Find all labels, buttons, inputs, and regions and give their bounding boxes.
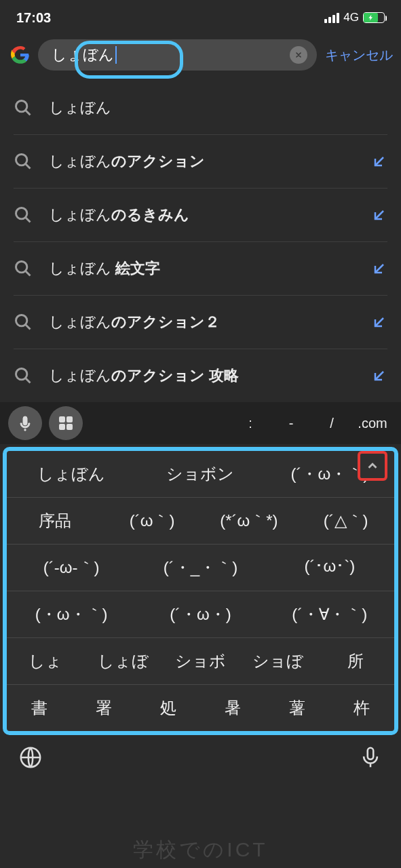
suggestion-text: しょぼんのアクション２ [49, 312, 355, 332]
search-icon [14, 259, 33, 278]
suggestion-text: しょぼんのアクション 攻略 [49, 366, 355, 386]
svg-rect-18 [67, 417, 72, 422]
search-icon [14, 205, 33, 224]
candidate-cell[interactable]: 序品 [7, 498, 104, 544]
ime-candidate-panel: しょぼんショボン(´・ω・｀)序品(´ω｀)(*´ω｀*)(´△｀)(´-ω-｀… [3, 447, 398, 735]
insert-arrow-icon[interactable] [371, 153, 387, 170]
svg-line-16 [375, 372, 383, 380]
search-icon [14, 313, 33, 332]
svg-point-0 [16, 101, 27, 112]
candidate-cell[interactable]: (´・ω・) [136, 591, 265, 637]
candidate-cell[interactable]: 所 [317, 638, 394, 684]
symbol-key[interactable]: / [311, 416, 352, 431]
insert-arrow-icon[interactable] [371, 314, 387, 330]
candidate-cell[interactable]: ショぼ [240, 638, 317, 684]
symbol-key[interactable]: : [230, 416, 271, 431]
search-input[interactable]: しょぼん [38, 39, 317, 71]
text-caret [115, 46, 117, 64]
svg-line-6 [26, 218, 31, 222]
svg-point-11 [16, 315, 27, 326]
candidate-cell[interactable]: 暑 [201, 685, 265, 731]
candidate-cell[interactable]: (´△｀) [297, 498, 394, 544]
svg-line-9 [26, 271, 31, 276]
watermark-text: 学校でのICT [133, 836, 267, 864]
svg-rect-19 [60, 425, 64, 429]
keyboard-toolbar: :-/.com [0, 402, 401, 444]
svg-line-10 [375, 264, 383, 273]
svg-line-1 [26, 111, 31, 115]
svg-point-14 [16, 369, 27, 380]
signal-icon [324, 13, 339, 23]
candidate-cell[interactable]: ショボン [136, 451, 265, 497]
svg-line-3 [26, 164, 31, 169]
dictation-button[interactable] [359, 746, 382, 772]
insert-arrow-icon[interactable] [371, 368, 387, 384]
candidate-cell[interactable]: 杵 [330, 685, 394, 731]
status-bar: 17:03 4G [0, 0, 401, 34]
svg-point-5 [16, 208, 27, 219]
insert-arrow-icon[interactable] [371, 207, 387, 223]
candidate-cell[interactable]: しょ [7, 638, 84, 684]
candidate-cell[interactable]: 署 [71, 685, 136, 731]
insert-arrow-icon[interactable] [371, 260, 387, 277]
candidate-cell[interactable]: (´-ω-｀) [7, 545, 136, 591]
suggestion-row[interactable]: しょぼんのアクション２ [14, 295, 387, 349]
search-icon [14, 152, 33, 171]
candidate-cell[interactable]: (・ω・｀) [7, 591, 136, 637]
suggestion-row[interactable]: しょぼんのアクション 攻略 [14, 349, 387, 402]
symbol-key[interactable]: - [271, 416, 311, 431]
search-icon [14, 98, 33, 117]
network-label: 4G [343, 11, 359, 24]
cancel-button[interactable]: キャンセル [325, 46, 393, 64]
candidate-cell[interactable]: (´・_・｀) [136, 545, 265, 591]
globe-button[interactable] [19, 746, 42, 772]
candidate-cell[interactable]: (´ω｀) [104, 498, 201, 544]
svg-point-2 [16, 155, 27, 165]
candidate-cell[interactable]: 薯 [265, 685, 330, 731]
status-icons: 4G [324, 11, 385, 24]
search-icon [14, 366, 33, 385]
battery-icon [363, 12, 385, 23]
google-logo-icon [11, 45, 30, 64]
candidate-cell[interactable]: 処 [136, 685, 200, 731]
image-search-button[interactable] [49, 406, 83, 440]
svg-rect-17 [60, 417, 64, 422]
candidate-cell[interactable]: ショボ [161, 638, 239, 684]
voice-input-button[interactable] [8, 406, 42, 440]
symbol-key[interactable]: .com [352, 416, 393, 431]
svg-line-4 [375, 157, 383, 165]
candidate-cell[interactable]: (´･ω･`) [265, 545, 394, 591]
status-time: 17:03 [16, 10, 51, 26]
suggestion-text: しょぼんのるきみん [49, 205, 355, 225]
suggestion-row[interactable]: しょぼん 絵文字 [14, 241, 387, 295]
candidate-cell[interactable]: (´・∀・｀) [265, 591, 394, 637]
suggestions-list: しょぼんしょぼんのアクションしょぼんのるきみんしょぼん 絵文字しょぼんのアクショ… [0, 81, 401, 402]
clear-button[interactable] [290, 46, 307, 64]
svg-line-12 [26, 325, 31, 330]
suggestion-text: しょぼん [49, 98, 387, 118]
candidate-cell[interactable]: しょぼ [84, 638, 161, 684]
candidate-cell[interactable]: 書 [7, 685, 71, 731]
suggestion-row[interactable]: しょぼんのるきみん [14, 188, 387, 241]
suggestion-row[interactable]: しょぼんのアクション [14, 134, 387, 188]
expand-candidates-button[interactable] [358, 451, 387, 481]
candidate-cell[interactable]: (*´ω｀*) [201, 498, 298, 544]
keyboard-bottom-bar [0, 735, 401, 780]
search-query-text: しょぼん [52, 45, 114, 65]
svg-point-8 [16, 262, 27, 273]
suggestion-row[interactable]: しょぼん [0, 81, 401, 134]
search-header: しょぼん キャンセル [0, 34, 401, 81]
svg-line-13 [375, 318, 383, 326]
svg-rect-20 [67, 425, 72, 429]
svg-rect-22 [368, 748, 374, 760]
candidate-cell[interactable]: しょぼん [7, 451, 136, 497]
suggestion-text: しょぼんのアクション [49, 151, 355, 172]
svg-line-7 [375, 211, 383, 219]
suggestion-text: しょぼん 絵文字 [49, 258, 355, 279]
svg-line-15 [26, 378, 31, 383]
